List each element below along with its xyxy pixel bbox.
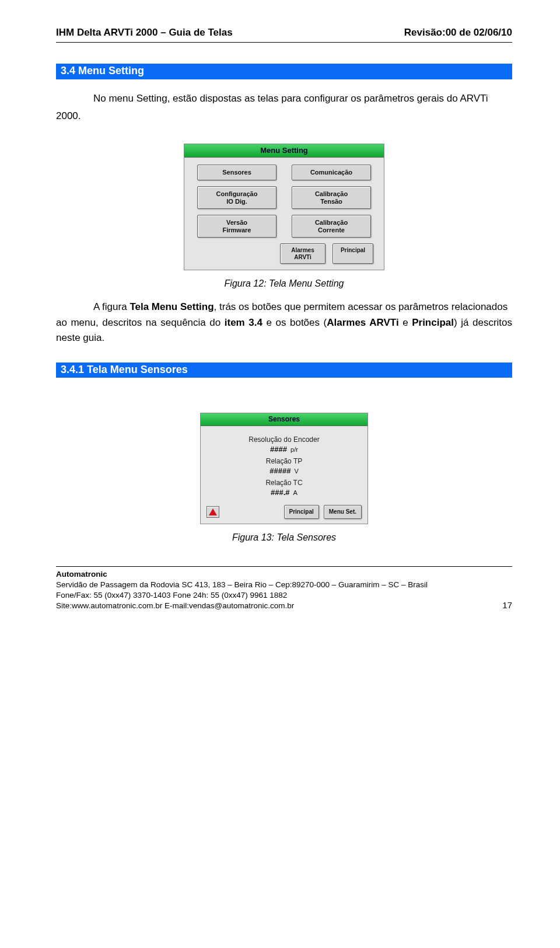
btn-menu-set[interactable]: Menu Set. (324, 505, 362, 519)
warning-triangle-icon (209, 508, 217, 515)
btn-versao-firmware[interactable]: Versão Firmware (197, 215, 276, 238)
intro-line-1: No menu Setting, estão dispostas as tela… (56, 91, 512, 106)
label-resolucao-encoder: Resolução do Encoder (209, 435, 359, 444)
figure-13: Sensores Resolução do Encoder ####p/r Re… (56, 413, 512, 543)
doc-header-left: IHM Delta ARVTi 2000 – Guia de Telas (56, 27, 233, 39)
footer-line-1: Servidão de Passagem da Rodovia SC 413, … (56, 580, 512, 590)
hmi2-title-bar: Sensores (201, 413, 368, 426)
label-relacao-tc: Relação TC (209, 479, 359, 487)
intro-paragraph: No menu Setting, estão dispostas as tela… (56, 91, 512, 124)
hmi-menu-setting-panel: Menu Setting Sensores Comunicação Config… (184, 144, 384, 270)
doc-header: IHM Delta ARVTi 2000 – Guia de Telas Rev… (56, 27, 512, 39)
doc-header-right: Revisão:00 de 02/06/10 (404, 27, 512, 39)
figure-12-caption: Figura 12: Tela Menu Setting (225, 278, 344, 289)
hmi-sensores-panel: Sensores Resolução do Encoder ####p/r Re… (200, 413, 368, 524)
page-footer: Automatronic Servidão de Passagem da Rod… (56, 566, 512, 612)
btn-config-io[interactable]: Configuração IO Dig. (197, 186, 276, 209)
hmi-title-bar: Menu Setting (184, 144, 384, 158)
figure-12: Menu Setting Sensores Comunicação Config… (56, 144, 512, 289)
value-resolucao-encoder: ####p/r (209, 445, 359, 454)
intro-line-2: 2000. (56, 109, 512, 124)
value-relacao-tc: ###.#A (209, 488, 359, 497)
section-heading-3-4: 3.4 Menu Setting (56, 64, 512, 79)
section-heading-3-4-1: 3.4.1 Tela Menu Sensores (56, 363, 512, 378)
footer-line-3: Site:www.automatronic.com.br E-mail:vend… (56, 601, 512, 611)
page-number: 17 (502, 600, 512, 611)
divider (56, 42, 512, 43)
figure-13-caption: Figura 13: Tela Sensores (232, 532, 336, 543)
value-relacao-tp: #####V (209, 466, 359, 475)
btn-comunicacao[interactable]: Comunicação (292, 165, 371, 180)
btn-principal-2[interactable]: Principal (284, 505, 319, 519)
btn-sensores[interactable]: Sensores (197, 165, 276, 180)
label-relacao-tp: Relação TP (209, 457, 359, 465)
btn-alarmes-arvti[interactable]: Alarmes ARVTi (280, 243, 326, 264)
footer-company: Automatronic (56, 569, 512, 580)
alarm-icon[interactable] (206, 506, 219, 518)
btn-calibracao-corrente[interactable]: Calibração Corrente (292, 215, 371, 238)
paragraph-after-fig12: A figura Tela Menu Setting, trás os botõ… (56, 299, 512, 346)
footer-line-2: Fone/Fax: 55 (0xx47) 3370-1403 Fone 24h:… (56, 590, 512, 601)
btn-principal[interactable]: Principal (332, 243, 373, 264)
btn-calibracao-tensao[interactable]: Calibração Tensão (292, 186, 371, 209)
